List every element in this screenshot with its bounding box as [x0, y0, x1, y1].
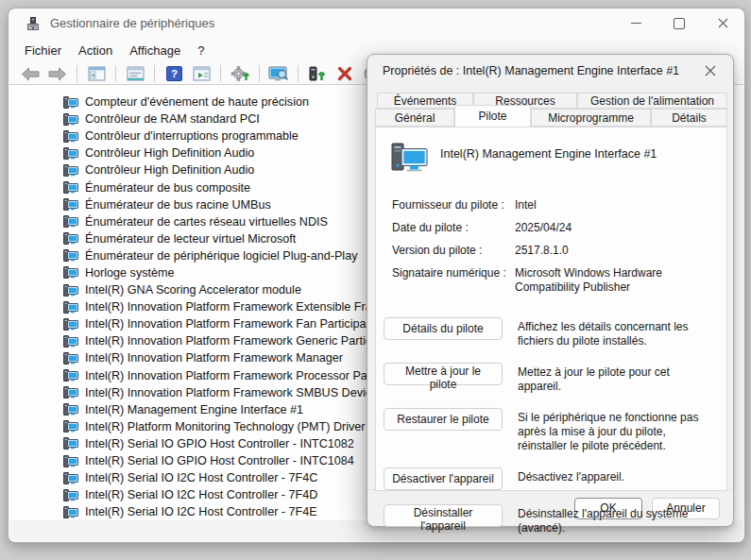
- device-icon: [63, 147, 78, 160]
- action-description: Désinstallez l'appareil du système (avan…: [518, 507, 715, 535]
- console-tree-icon[interactable]: [86, 63, 107, 84]
- device-icon: [63, 437, 78, 450]
- tree-item-label: Intel(R) Serial IO I2C Host Controller -…: [85, 505, 317, 518]
- driver-action-row: Désinstaller l'appareilDésinstallez l'ap…: [384, 504, 715, 535]
- tree-item-label: Intel(R) Innovation Platform Framework P…: [85, 369, 377, 382]
- tab-microprogramme[interactable]: Microprogramme: [531, 109, 651, 127]
- screen: Gestionnaire de périphériques FichierAct…: [0, 0, 751, 560]
- menu-fichier[interactable]: Fichier: [16, 42, 70, 59]
- tab-pilote[interactable]: Pilote: [454, 105, 531, 127]
- device-icon: [63, 215, 78, 228]
- titlebar: Gestionnaire de périphériques: [9, 8, 744, 38]
- properties-icon[interactable]: [125, 63, 145, 84]
- driver-info: Fournisseur du pilote :IntelDate du pilo…: [392, 198, 715, 295]
- search-computer-icon[interactable]: [268, 63, 289, 84]
- device-icon: [63, 130, 78, 143]
- tree-item-label: Contrôleur High Definition Audio: [85, 146, 254, 160]
- mettre-a-jour-le-pilote-button[interactable]: Mettre à jour le pilote: [384, 363, 503, 385]
- driver-action-row: Détails du piloteAffichez les détails co…: [384, 317, 715, 348]
- tree-item-label: Énumérateur de périphérique logiciel Plu…: [85, 249, 357, 263]
- svg-text:?: ?: [170, 68, 177, 79]
- action-pane-icon[interactable]: [191, 63, 212, 84]
- tree-item-label: Horloge système: [85, 266, 175, 280]
- device-icon: [63, 489, 78, 501]
- menu-item[interactable]: ?: [189, 42, 213, 59]
- device-icon: [63, 506, 78, 518]
- menu-action[interactable]: Action: [70, 42, 121, 59]
- device-icon: [391, 143, 429, 176]
- info-value: 2025/04/24: [515, 221, 715, 235]
- toolbar-separator: [298, 65, 299, 82]
- tree-item-label: Intel(R) Management Engine Interface #1: [85, 403, 303, 416]
- restaurer-le-pilote-button[interactable]: Restaurer le pilote: [384, 408, 503, 431]
- device-icon: [63, 472, 78, 484]
- driver-action-row: Mettre à jour le piloteMettez à jour le …: [384, 363, 715, 394]
- tree-item-label: Intel(R) Serial IO I2C Host Controller -…: [85, 471, 317, 484]
- action-description: Mettez à jour le pilote pour cet apparei…: [518, 365, 715, 394]
- dialog-close-icon[interactable]: [701, 61, 720, 80]
- tree-item-label: Compteur d'événement de haute précision: [85, 95, 309, 109]
- properties-dialog: Propriétés de : Intel(R) Management Engi…: [367, 54, 734, 527]
- forward-icon[interactable]: [47, 63, 68, 84]
- tree-item-label: Contrôleur de RAM standard PCI: [85, 112, 260, 126]
- info-label: Signataire numérique :: [392, 266, 507, 295]
- driver-tab-page: Intel(R) Management Engine Interface #1 …: [375, 127, 727, 491]
- toolbar-separator: [220, 65, 221, 82]
- tree-item-label: Intel(R) Platform Monitoring Technology …: [85, 420, 366, 433]
- action-description: Affichez les détails concernant les fich…: [518, 320, 715, 348]
- device-icon: [63, 249, 78, 262]
- info-label: Fournisseur du pilote :: [392, 198, 507, 212]
- update-driver-icon[interactable]: [307, 63, 328, 84]
- tree-item-label: Intel(R) Innovation Platform Framework M…: [85, 351, 343, 365]
- minimize-icon[interactable]: [614, 8, 657, 38]
- tree-item-label: Énumérateur de cartes réseau virtuelles …: [85, 215, 328, 229]
- window-controls: [614, 8, 744, 38]
- toolbar-separator: [77, 65, 77, 82]
- maximize-icon[interactable]: [657, 8, 701, 38]
- device-icon: [63, 232, 78, 245]
- info-label: Date du pilote :: [392, 221, 507, 235]
- tree-item-label: Énumérateur de bus racine UMBus: [85, 198, 271, 212]
- close-icon[interactable]: [701, 8, 744, 38]
- desactiver-l-appareil-button[interactable]: Désactiver l'appareil: [384, 467, 503, 490]
- tree-item-label: Contrôleur d'interruptions programmable: [85, 129, 299, 143]
- device-icon: [63, 386, 78, 399]
- device-icon: [63, 369, 78, 382]
- device-icon: [63, 335, 78, 348]
- tree-item-label: Contrôleur High Definition Audio: [85, 163, 254, 177]
- info-value: Microsoft Windows Hardware Compatibility…: [515, 266, 715, 295]
- toolbar-separator: [154, 65, 155, 82]
- help-icon[interactable]: ?: [163, 63, 184, 84]
- menu-affichage[interactable]: Affichage: [121, 42, 189, 59]
- uninstall-icon[interactable]: [334, 63, 355, 84]
- tab-gestion-de-l-alimentation[interactable]: Gestion de l'alimentation: [577, 93, 727, 109]
- tree-item-label: Intel(R) Innovation Platform Framework S…: [85, 386, 378, 399]
- device-icon: [63, 403, 78, 416]
- tab-general[interactable]: Général: [375, 109, 454, 127]
- tree-item-label: Intel(R) Serial IO GPIO Host Controller …: [85, 437, 354, 450]
- tree-item-label: Énumérateur de lecteur virtuel Microsoft: [85, 232, 296, 246]
- tree-item-label: Intel(R) Serial IO GPIO Host Controller …: [85, 454, 354, 467]
- device-icon: [63, 266, 78, 279]
- tree-item-label: Énumérateur de bus composite: [85, 181, 250, 195]
- tree-item-label: Intel(R) Serial IO I2C Host Controller -…: [85, 488, 317, 501]
- device-name: Intel(R) Management Engine Interface #1: [440, 147, 657, 161]
- device-icon: [63, 113, 78, 126]
- device-manager-app-icon: [26, 16, 41, 31]
- desinstaller-l-appareil-button[interactable]: Désinstaller l'appareil: [384, 504, 503, 527]
- action-description: Désactivez l'appareil.: [518, 470, 715, 484]
- tree-item-label: Intel(R) Innovation Platform Framework G…: [85, 334, 381, 348]
- tree-item-label: Intel(R) Innovation Platform Framework F…: [85, 317, 376, 331]
- details-du-pilote-button[interactable]: Détails du pilote: [384, 317, 503, 340]
- driver-action-row: Désactiver l'appareilDésactivez l'appare…: [384, 467, 715, 490]
- back-icon[interactable]: [20, 63, 41, 84]
- info-value: Intel: [515, 198, 715, 212]
- tree-item-label: Intel(R) GNA Scoring Accelerator module: [85, 283, 301, 297]
- driver-actions: Détails du piloteAffichez les détails co…: [384, 317, 715, 535]
- info-label: Version du pilote :: [392, 244, 507, 258]
- info-value: 2517.8.1.0: [515, 244, 715, 258]
- dialog-title: Propriétés de : Intel(R) Management Engi…: [383, 64, 679, 77]
- scan-hardware-icon[interactable]: [230, 63, 250, 84]
- device-icon: [63, 301, 78, 314]
- tab-details[interactable]: Détails: [651, 109, 727, 127]
